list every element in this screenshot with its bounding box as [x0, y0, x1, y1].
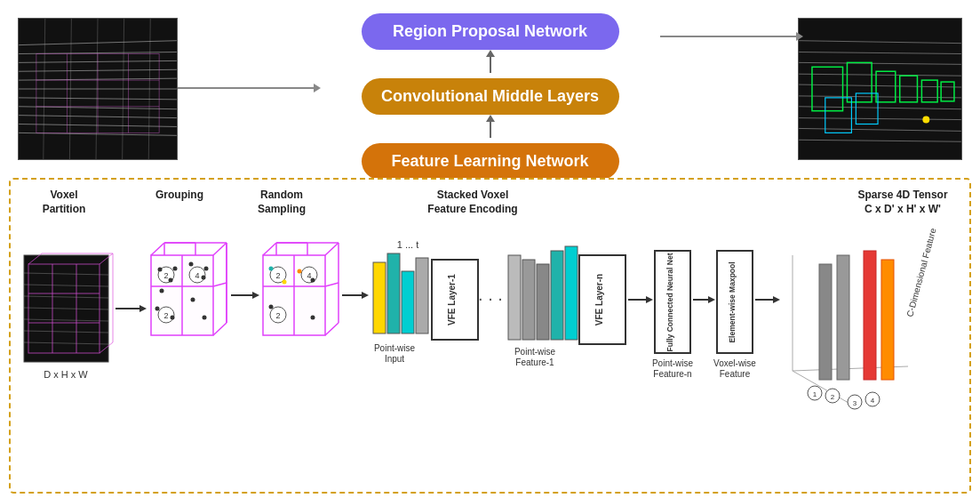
svg-text:Input: Input	[385, 354, 404, 364]
svg-rect-134	[537, 264, 549, 340]
svg-text:2: 2	[275, 271, 280, 280]
bottom-pipeline-section: VoxelPartition Grouping RandomSampling S…	[9, 178, 971, 494]
svg-text:3: 3	[853, 399, 857, 407]
svg-point-83	[158, 268, 163, 272]
svg-text:2: 2	[831, 393, 835, 401]
svg-text:Element-wise Maxpool: Element-wise Maxpool	[728, 261, 737, 342]
svg-marker-146	[708, 296, 715, 303]
fln-box: Feature Learning Network	[362, 143, 619, 180]
svg-point-119	[311, 316, 315, 320]
svg-text:Fully Connected Neural Net: Fully Connected Neural Net	[665, 253, 674, 351]
svg-line-99	[325, 323, 339, 335]
svg-point-117	[311, 278, 315, 283]
svg-text:C-Dimensional Feature: C-Dimensional Feature	[904, 229, 937, 318]
svg-text:1 ... t: 1 ... t	[397, 239, 418, 250]
svg-marker-95	[252, 292, 259, 299]
svg-text:2: 2	[163, 271, 168, 280]
network-boxes-container: Region Proposal Network Convolutional Mi…	[362, 13, 619, 180]
svg-text:D x H x W: D x H x W	[44, 369, 88, 380]
arrow-rpn-to-right	[660, 36, 798, 37]
svg-text:Feature: Feature	[720, 369, 751, 379]
lidar-image-left	[18, 18, 178, 160]
pipeline-labels-row: VoxelPartition Grouping RandomSampling S…	[20, 189, 960, 229]
svg-rect-160	[864, 251, 876, 380]
top-section: Region Proposal Network Convolutional Mi…	[0, 0, 980, 178]
svg-point-90	[191, 298, 195, 302]
svg-text:1: 1	[813, 390, 817, 398]
svg-point-93	[203, 316, 207, 320]
svg-point-88	[202, 276, 206, 280]
arrow-left-to-fln	[178, 87, 315, 89]
svg-rect-125	[402, 271, 414, 333]
arrow-rpn-cml	[490, 55, 491, 73]
lidar-image-right	[798, 18, 962, 160]
rpn-box: Region Proposal Network	[362, 13, 619, 50]
label-voxel-partition: VoxelPartition	[20, 189, 108, 216]
svg-text:4: 4	[871, 397, 875, 405]
svg-rect-132	[508, 255, 521, 340]
svg-point-89	[204, 267, 209, 271]
svg-text:Point-wise: Point-wise	[652, 358, 694, 368]
svg-text:Point-wise: Point-wise	[514, 347, 556, 357]
svg-marker-121	[362, 292, 369, 299]
svg-rect-158	[819, 264, 832, 380]
svg-point-87	[189, 262, 194, 267]
svg-text:4: 4	[195, 271, 199, 280]
pipeline-diagram-svg: D x H x W	[20, 229, 970, 433]
svg-point-86	[173, 267, 178, 271]
svg-point-42	[922, 116, 929, 124]
svg-point-84	[169, 278, 173, 283]
svg-line-75	[213, 283, 227, 286]
svg-line-107	[325, 283, 339, 286]
cml-box: Convolutional Middle Layers	[362, 78, 619, 115]
svg-marker-154	[773, 296, 780, 303]
svg-point-91	[155, 307, 160, 311]
svg-text:2: 2	[163, 311, 168, 320]
svg-text:2: 2	[275, 311, 280, 320]
svg-marker-142	[646, 296, 653, 303]
svg-point-85	[160, 289, 164, 293]
svg-point-114	[269, 267, 274, 271]
svg-text:VFE Layer-n: VFE Layer-n	[594, 274, 604, 325]
label-grouping: Grouping	[144, 189, 215, 203]
svg-rect-133	[522, 260, 535, 340]
svg-rect-161	[881, 260, 894, 380]
svg-line-98	[325, 243, 339, 255]
svg-rect-136	[565, 246, 578, 340]
svg-rect-135	[551, 251, 563, 340]
svg-point-118	[269, 305, 274, 309]
svg-point-92	[171, 316, 175, 320]
svg-text:Point-wise: Point-wise	[374, 343, 416, 353]
label-stacked-vfe: Stacked VoxelFeature Encoding	[402, 189, 544, 216]
arrow-cml-fln	[490, 120, 491, 138]
svg-line-67	[213, 323, 227, 335]
svg-text:Feature-1: Feature-1	[515, 357, 554, 367]
svg-point-115	[283, 280, 287, 285]
svg-rect-123	[373, 262, 386, 333]
svg-line-66	[213, 243, 227, 255]
svg-text:VFE Layer-1: VFE Layer-1	[447, 274, 457, 325]
svg-line-65	[151, 243, 164, 255]
svg-text:Feature-n: Feature-n	[653, 369, 691, 379]
svg-rect-159	[837, 255, 849, 380]
svg-text:4: 4	[307, 271, 311, 280]
svg-rect-124	[387, 253, 400, 333]
svg-point-116	[298, 269, 302, 274]
svg-rect-126	[416, 258, 428, 333]
svg-line-97	[263, 243, 276, 255]
svg-text:Voxel-wise: Voxel-wise	[713, 358, 756, 368]
svg-text:· · ·: · · ·	[478, 288, 503, 308]
svg-marker-63	[139, 305, 147, 312]
label-random-sampling: RandomSampling	[242, 189, 322, 216]
label-sparse-tensor: Sparse 4D TensorC x D' x H' x W'	[845, 189, 960, 216]
